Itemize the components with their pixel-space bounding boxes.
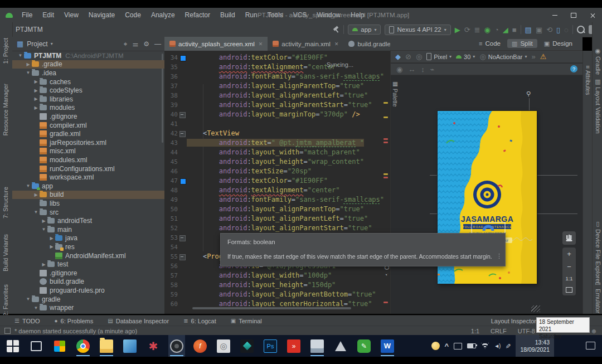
help-icon[interactable]: ? (570, 65, 577, 72)
device-pairing-icon[interactable]: ◌ (564, 26, 569, 33)
menu-file[interactable]: File (17, 9, 37, 21)
tree-item-wrapper[interactable]: ▼wrapper (12, 303, 164, 312)
apply-changes-icon[interactable]: ⟳ (464, 26, 470, 33)
tree-item-main[interactable]: ▼main (12, 225, 164, 234)
orientation-icon[interactable]: ◎ (416, 53, 422, 60)
tool-window-database-inspector[interactable]: ▤Database Inspector (108, 318, 169, 324)
tree-item-runConfigurations.xml[interactable]: runConfigurations.xml (12, 164, 164, 173)
menu-code[interactable]: Code (120, 9, 145, 21)
hide-panel-icon[interactable]: — (154, 40, 161, 48)
project-panel-title[interactable]: Project (27, 40, 47, 48)
chevron-right-icon[interactable]: ▶ (48, 244, 55, 249)
menu-navigate[interactable]: Navigate (84, 9, 119, 21)
editor-horizontal-scrollbar[interactable] (192, 307, 351, 309)
mode-design[interactable]: ▣Design (540, 39, 577, 48)
device-picker[interactable]: Pixel▾ (426, 53, 452, 60)
taskbar-spiral[interactable]: ◎ (215, 335, 232, 357)
tool-window-6-problems[interactable]: ●6: Problems (55, 318, 94, 324)
pan-button[interactable] (562, 231, 576, 245)
maximize-button[interactable] (564, 8, 583, 22)
run-button[interactable]: ▶ (455, 26, 460, 33)
tree-item-libraries[interactable]: ▶libraries (12, 95, 164, 104)
action-center-icon[interactable] (586, 342, 595, 350)
menu-view[interactable]: View (60, 9, 83, 21)
device-dropdown[interactable]: Nexus 4 API 22▾ (385, 25, 450, 35)
chevron-down-icon[interactable]: ▼ (25, 183, 32, 188)
menu-analyze[interactable]: Analyze (147, 9, 179, 21)
tool-window-gradle[interactable]: ◉ Gradle (595, 47, 602, 75)
warning-stripe-mark[interactable] (383, 117, 388, 118)
design-canvas[interactable]: ▦ Palette ⚲ 350 160 100 (391, 76, 583, 314)
render-warning-icon[interactable]: ⚠ (540, 53, 547, 60)
taskbar-green-pen[interactable]: ✎ (356, 335, 372, 357)
tray-pen-icon[interactable]: ✎ (504, 343, 512, 348)
code-line-58[interactable]: 58 android:layout_height="150dp" (164, 280, 390, 290)
warning-stripe-mark[interactable] (383, 102, 388, 104)
tree-item-.gitignore[interactable]: .gitignore (12, 112, 164, 121)
taskbar-file-explorer[interactable] (98, 335, 115, 357)
tool-window-emulator[interactable]: ▭ Emulator (595, 280, 602, 313)
tree-item-workspace.xml[interactable]: workspace.xml (12, 173, 164, 182)
tool-window-project[interactable]: 1: Project (2, 38, 9, 64)
zoom-in-button[interactable]: + (567, 250, 571, 258)
tree-item-gradle.xml[interactable]: gradle.xml (12, 129, 164, 138)
taskbar-red-reader[interactable]: » (285, 335, 302, 357)
code-editor[interactable]: 34 android:textColor="#1E90FF"35 android… (164, 51, 390, 314)
code-line-42[interactable]: 42 <TextView (164, 129, 390, 138)
preview-resize-handle[interactable] (531, 305, 540, 312)
code-line-46[interactable]: 46 android:textSize="20sp" (164, 167, 390, 176)
sdk-manager-icon[interactable]: ▤ (525, 26, 532, 33)
code-line-43[interactable]: 43 android:text=" @pt.jmtm_ampalberat " (164, 138, 390, 148)
tray-color-icon[interactable] (431, 342, 440, 350)
code-line-48[interactable]: 48 android:textAlignment="center" (164, 186, 390, 195)
chevron-right-icon[interactable]: ▶ (32, 88, 40, 93)
code-line-45[interactable]: 45 android:layout_height="wrap_content" (164, 157, 390, 167)
tab-activity_splash_screen.xml[interactable]: activity_splash_screen.xml✕ (164, 37, 268, 51)
tool-window-attributes[interactable]: ≡ Attributes (585, 65, 591, 95)
code-line-57[interactable]: 57 android:layout_width="100dp" (164, 271, 390, 280)
chevron-down-icon[interactable]: ▼ (40, 227, 47, 232)
tree-item-res[interactable]: ▶res (12, 242, 164, 251)
chevron-right-icon[interactable]: ▶ (32, 79, 40, 84)
tab-close-icon[interactable]: ✕ (334, 41, 339, 47)
taskbar-photos[interactable] (122, 335, 138, 357)
tray-display-icon[interactable] (454, 343, 462, 350)
chevron-right-icon[interactable]: ▶ (40, 262, 47, 267)
taskbar-word[interactable]: W (379, 335, 396, 357)
constraint-v-icon[interactable]: ↕ (421, 66, 425, 73)
tree-item-libs[interactable]: libs (12, 199, 164, 208)
chevron-down-icon[interactable]: ▼ (32, 305, 40, 310)
menu-refactor[interactable]: Refactor (181, 9, 215, 21)
tool-window-resource-manager[interactable]: Resource Manager (2, 84, 9, 136)
error-stripe-mark[interactable] (383, 177, 388, 178)
code-line-36[interactable]: 36 android:fontFamily="sans-serif-smallc… (164, 72, 390, 81)
tree-item-androidTest[interactable]: ▶androidTest (12, 216, 164, 225)
tree-item-gradle[interactable]: ▼gradle (12, 295, 164, 304)
chevron-down-icon[interactable]: ▼ (32, 210, 40, 215)
tray-wifi-icon[interactable] (481, 343, 489, 349)
profiler-icon[interactable]: ◔ (494, 26, 499, 33)
code-line-37[interactable]: 37 android:layout_alignParentTop="true" (164, 81, 390, 91)
tree-item-.gitignore[interactable]: .gitignore (12, 269, 164, 278)
zoom-out-button[interactable]: − (567, 263, 571, 270)
taskbar-red-app[interactable]: ✱ (145, 335, 162, 357)
menu-edit[interactable]: Edit (38, 9, 59, 21)
code-line-59[interactable]: 59 android:layout_alignParentBottom="tru… (164, 290, 390, 299)
fold-marker-icon[interactable] (179, 254, 186, 260)
debug-button[interactable]: ◉ (484, 26, 491, 33)
locate-file-icon[interactable]: ⌖ (124, 40, 128, 48)
toolbar-overflow[interactable]: » (532, 53, 536, 60)
avd-manager-icon[interactable]: ▣ (536, 26, 542, 33)
code-line-41[interactable]: 41 (164, 119, 390, 129)
chevron-down-icon[interactable]: ▼ (25, 297, 32, 302)
collapse-all-icon[interactable]: ⚌ (132, 40, 138, 48)
taskbar-android-studio[interactable] (168, 335, 185, 357)
tray-volume-icon[interactable]: ◄) (494, 343, 500, 349)
tree-item-src[interactable]: ▼src (12, 208, 164, 217)
code-line-49[interactable]: 49 android:fontFamily="sans-serif-smallc… (164, 195, 390, 205)
mode-code[interactable]: ≡Code (474, 39, 505, 48)
tool-window-terminal[interactable]: ▣Terminal (231, 318, 262, 324)
build-hammer-icon[interactable] (333, 26, 339, 33)
chevron-right-icon[interactable]: ▶ (32, 105, 40, 110)
api-picker[interactable]: 30▾ (456, 54, 475, 60)
